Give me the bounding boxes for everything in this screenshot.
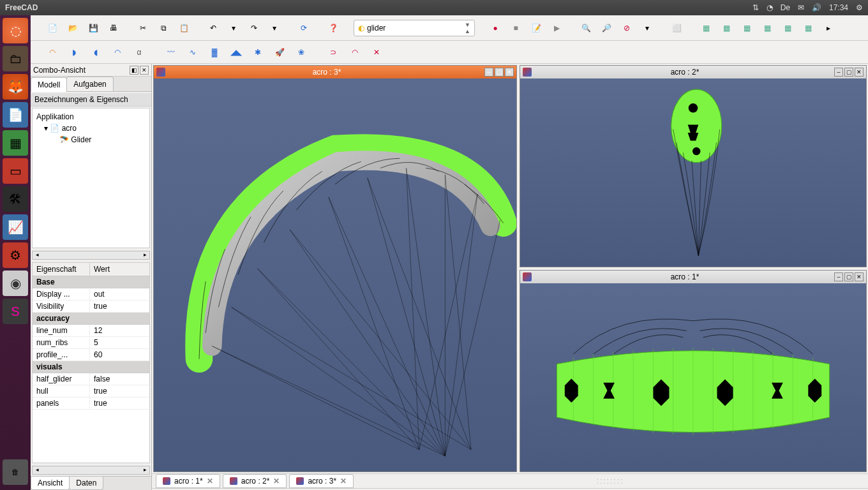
refresh-button[interactable]: ⟳ bbox=[295, 19, 313, 37]
prop-row[interactable]: Display ...out bbox=[33, 288, 149, 301]
tool-lines[interactable]: ✱ bbox=[249, 43, 267, 61]
tool-shape-fill[interactable]: ◖ bbox=[87, 43, 105, 61]
prop-row[interactable]: hulltrue bbox=[33, 385, 149, 397]
panel-float-button[interactable]: ◧ bbox=[130, 66, 138, 75]
launcher-writer[interactable]: 📄 bbox=[3, 102, 28, 128]
macro-play-button[interactable]: ▶ bbox=[548, 19, 565, 37]
view-top-button[interactable]: ▦ bbox=[717, 19, 735, 37]
prop-scrollbar[interactable]: ◂▸ bbox=[32, 466, 150, 475]
doc-tab[interactable]: acro : 3* ✕ bbox=[289, 474, 354, 488]
view-close-button[interactable]: ✕ bbox=[505, 68, 514, 77]
undo-button[interactable]: ↶ bbox=[204, 19, 222, 37]
view-max-button[interactable]: ▢ bbox=[495, 68, 504, 77]
panel-close-button[interactable]: ✕ bbox=[140, 66, 149, 75]
tool-rocket[interactable]: 🚀 bbox=[271, 43, 288, 61]
prop-row[interactable]: half_gliderfalse bbox=[33, 373, 149, 385]
launcher-firefox[interactable]: 🦊 bbox=[3, 74, 28, 100]
view-min-button[interactable]: – bbox=[834, 68, 843, 77]
launcher-settings[interactable]: 🛠 bbox=[3, 186, 28, 212]
launcher-dash[interactable]: ◌ bbox=[3, 18, 28, 43]
launcher-trash[interactable]: 🗑 bbox=[3, 459, 28, 485]
open-doc-button[interactable]: 📂 bbox=[64, 19, 82, 37]
mail-icon[interactable]: ✉ bbox=[798, 3, 804, 12]
tab-tasks[interactable]: Aufgaben bbox=[66, 77, 113, 91]
tree-app-root[interactable]: Applikation bbox=[36, 111, 146, 122]
zoom-fit-button[interactable]: 🔍 bbox=[577, 19, 595, 37]
3d-viewport[interactable] bbox=[520, 283, 866, 471]
3d-viewport[interactable] bbox=[520, 78, 866, 267]
tool-curve-red[interactable]: ◠ bbox=[346, 43, 364, 61]
view-titlebar[interactable]: acro : 3* – ▢ ✕ bbox=[154, 66, 516, 78]
launcher-gear[interactable]: ⚙ bbox=[3, 242, 28, 268]
redo-dropdown[interactable]: ▾ bbox=[266, 19, 283, 37]
prop-row[interactable]: panelstrue bbox=[33, 397, 149, 410]
print-button[interactable]: 🖶 bbox=[105, 19, 123, 37]
workbench-selector[interactable]: ◐ glider ▼▲ bbox=[354, 20, 475, 36]
tool-arc-orange[interactable]: ◠ bbox=[43, 43, 61, 61]
macro-record-button[interactable]: ● bbox=[486, 19, 504, 37]
view-close-button[interactable]: ✕ bbox=[855, 68, 864, 77]
power-icon[interactable]: ⚙ bbox=[856, 3, 863, 12]
clock[interactable]: 17:34 bbox=[829, 3, 848, 12]
tool-shape-blue[interactable]: ◗ bbox=[65, 43, 83, 61]
tool-arc-blue[interactable]: ◠ bbox=[108, 43, 126, 61]
view-rear-button[interactable]: ▦ bbox=[758, 19, 776, 37]
prop-row[interactable]: num_ribs5 bbox=[33, 337, 149, 349]
view-front-button[interactable]: ▦ bbox=[697, 19, 715, 37]
tool-ribbon[interactable]: ∿ bbox=[184, 43, 202, 61]
launcher-matlab[interactable]: 📈 bbox=[3, 214, 28, 240]
view-max-button[interactable]: ▢ bbox=[844, 68, 853, 77]
prop-row[interactable]: profile_...60 bbox=[33, 349, 149, 361]
zoom-selection-button[interactable]: 🔎 bbox=[597, 19, 615, 37]
paste-button[interactable]: 📋 bbox=[175, 19, 193, 37]
prop-row[interactable]: Visibilitytrue bbox=[33, 301, 149, 313]
view-left-button[interactable]: ▦ bbox=[799, 19, 817, 37]
close-icon[interactable]: ✕ bbox=[340, 477, 347, 486]
prop-row[interactable]: line_num12 bbox=[33, 325, 149, 337]
launcher-sublime[interactable]: S bbox=[3, 299, 28, 324]
close-icon[interactable]: ✕ bbox=[273, 477, 280, 486]
tool-magnet[interactable]: ⊃ bbox=[324, 43, 342, 61]
copy-button[interactable]: ⧉ bbox=[154, 19, 172, 37]
view-titlebar[interactable]: acro : 1* – ▢ ✕ bbox=[520, 271, 866, 283]
doc-tab[interactable]: acro : 1* ✕ bbox=[156, 474, 220, 488]
tab-data[interactable]: Daten bbox=[69, 477, 103, 490]
tab-view[interactable]: Ansicht bbox=[31, 477, 70, 490]
redo-button[interactable]: ↷ bbox=[245, 19, 263, 37]
view-close-button[interactable]: ✕ bbox=[855, 272, 864, 281]
launcher-impress[interactable]: ▭ bbox=[3, 158, 28, 184]
view-min-button[interactable]: – bbox=[834, 272, 843, 281]
draw-style-button[interactable]: ⊘ bbox=[618, 19, 636, 37]
wifi-icon[interactable]: ◔ bbox=[767, 3, 773, 12]
view-bottom-button[interactable]: ▦ bbox=[779, 19, 797, 37]
draw-style-dropdown[interactable]: ▾ bbox=[638, 19, 656, 37]
volume-icon[interactable]: 🔊 bbox=[812, 3, 821, 12]
keyboard-layout[interactable]: De bbox=[781, 3, 790, 12]
launcher-calc[interactable]: ▦ bbox=[3, 130, 28, 156]
launcher-files[interactable]: 🗀 bbox=[3, 46, 28, 71]
tool-cells[interactable]: ▓ bbox=[206, 43, 223, 61]
close-icon[interactable]: ✕ bbox=[207, 477, 213, 486]
view-iso-button[interactable]: ⬜ bbox=[668, 19, 685, 37]
tool-alpha[interactable]: α bbox=[130, 43, 148, 61]
cut-button[interactable]: ✂ bbox=[134, 19, 152, 37]
view-max-button[interactable]: ▢ bbox=[844, 272, 853, 281]
tree-scrollbar[interactable]: ◂▸ bbox=[32, 251, 150, 260]
view-right-button[interactable]: ▦ bbox=[738, 19, 756, 37]
new-doc-button[interactable]: 📄 bbox=[43, 19, 61, 37]
undo-dropdown[interactable]: ▾ bbox=[225, 19, 243, 37]
tool-leaf[interactable]: ❀ bbox=[292, 43, 310, 61]
tool-cross[interactable]: ✕ bbox=[368, 43, 385, 61]
view-more-button[interactable]: ▸ bbox=[819, 19, 837, 37]
view-titlebar[interactable]: acro : 2* – ▢ ✕ bbox=[520, 66, 866, 78]
tree-glider-obj[interactable]: 🪂 Glider bbox=[36, 134, 146, 145]
tool-wing[interactable]: ◢◣ bbox=[227, 43, 245, 61]
macro-stop-button[interactable]: ■ bbox=[507, 19, 525, 37]
save-doc-button[interactable]: 💾 bbox=[84, 19, 102, 37]
launcher-disc[interactable]: ◉ bbox=[3, 271, 28, 296]
tab-model[interactable]: Modell bbox=[31, 77, 67, 92]
whats-this-button[interactable]: ❓ bbox=[324, 19, 342, 37]
view-min-button[interactable]: – bbox=[484, 68, 493, 77]
macro-edit-button[interactable]: 📝 bbox=[527, 19, 545, 37]
document-tree[interactable]: Applikation ▾ 📄 acro 🪂 Glider bbox=[32, 108, 150, 248]
